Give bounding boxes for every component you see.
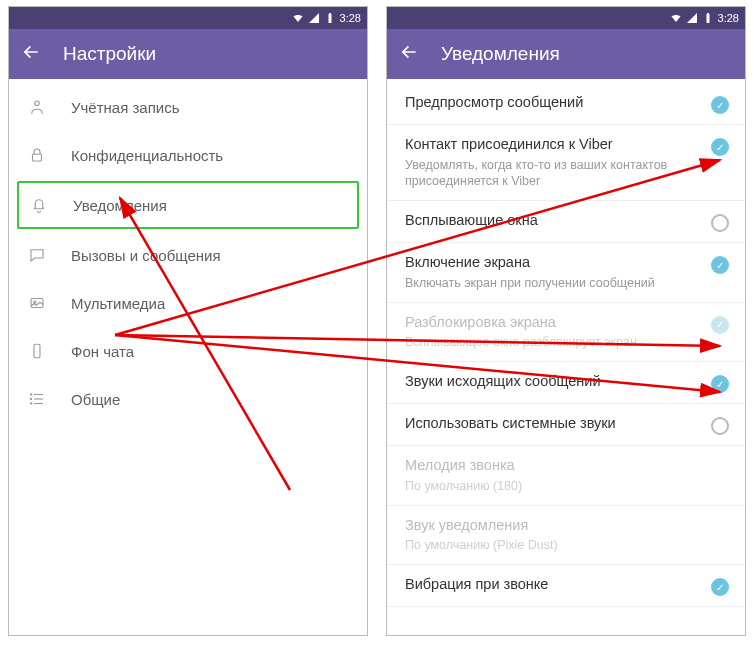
setting-row[interactable]: Всплывающие окна xyxy=(387,201,745,243)
battery-icon xyxy=(702,12,714,24)
person-icon xyxy=(27,97,47,117)
media-icon xyxy=(27,293,47,313)
settings-item-privacy[interactable]: Конфиденциальность xyxy=(9,131,367,179)
setting-toggle[interactable]: ✓ xyxy=(711,96,729,114)
status-time: 3:28 xyxy=(340,12,361,24)
lock-icon xyxy=(27,145,47,165)
list-icon xyxy=(27,389,47,409)
setting-row[interactable]: Использовать системные звуки xyxy=(387,404,745,446)
svg-point-0 xyxy=(35,101,40,106)
bell-icon xyxy=(29,195,49,215)
item-label: Уведомления xyxy=(73,197,167,214)
wifi-icon xyxy=(292,12,304,24)
setting-title: Звуки исходящих сообщений xyxy=(405,372,701,392)
status-bar: 3:28 xyxy=(387,7,745,29)
setting-subtitle: Включать экран при получении сообщений xyxy=(405,275,701,292)
status-bar: 3:28 xyxy=(9,7,367,29)
wifi-icon xyxy=(670,12,682,24)
setting-title: Мелодия звонка xyxy=(405,456,729,476)
header: Уведомления xyxy=(387,29,745,79)
setting-title: Включение экрана xyxy=(405,253,701,273)
signal-icon xyxy=(686,12,698,24)
setting-toggle[interactable] xyxy=(711,417,729,435)
setting-row: Звук уведомленияПо умолчанию (Pixie Dust… xyxy=(387,506,745,565)
item-label: Фон чата xyxy=(71,343,134,360)
setting-row: Разблокировка экранаВсплывающее окно раз… xyxy=(387,303,745,362)
setting-row[interactable]: Предпросмотр сообщений✓ xyxy=(387,83,745,125)
setting-title: Звук уведомления xyxy=(405,516,729,536)
item-label: Учётная запись xyxy=(71,99,180,116)
back-arrow-icon xyxy=(399,42,419,62)
svg-point-3 xyxy=(34,301,36,303)
header: Настройки xyxy=(9,29,367,79)
settings-item-account[interactable]: Учётная запись xyxy=(9,83,367,131)
setting-subtitle: По умолчанию (Pixie Dust) xyxy=(405,537,729,554)
battery-icon xyxy=(324,12,336,24)
setting-toggle[interactable]: ✓ xyxy=(711,375,729,393)
setting-title: Разблокировка экрана xyxy=(405,313,701,333)
back-button[interactable] xyxy=(399,42,419,67)
setting-title: Предпросмотр сообщений xyxy=(405,93,701,113)
settings-item-notifications[interactable]: Уведомления xyxy=(17,181,359,229)
header-title: Настройки xyxy=(63,43,156,65)
setting-toggle[interactable] xyxy=(711,214,729,232)
setting-row: Мелодия звонкаПо умолчанию (180) xyxy=(387,446,745,505)
setting-toggle[interactable]: ✓ xyxy=(711,256,729,274)
svg-point-9 xyxy=(30,398,31,399)
setting-subtitle: Уведомлять, когда кто-то из ваших контак… xyxy=(405,157,701,191)
item-label: Вызовы и сообщения xyxy=(71,247,221,264)
setting-toggle[interactable]: ✓ xyxy=(711,138,729,156)
setting-subtitle: По умолчанию (180) xyxy=(405,478,729,495)
settings-item-background[interactable]: Фон чата xyxy=(9,327,367,375)
settings-screen: 3:28 Настройки Учётная запись Конфиденци… xyxy=(8,6,368,636)
item-label: Мультимедиа xyxy=(71,295,165,312)
setting-row[interactable]: Контакт присоединился к ViberУведомлять,… xyxy=(387,125,745,201)
back-button[interactable] xyxy=(21,42,41,67)
setting-toggle[interactable]: ✓ xyxy=(711,578,729,596)
svg-rect-4 xyxy=(34,344,40,358)
svg-point-8 xyxy=(30,394,31,395)
signal-icon xyxy=(308,12,320,24)
setting-row[interactable]: Вибрация при звонке✓ xyxy=(387,565,745,607)
item-label: Общие xyxy=(71,391,120,408)
phone-bg-icon xyxy=(27,341,47,361)
setting-row[interactable]: Включение экранаВключать экран при получ… xyxy=(387,243,745,302)
setting-title: Всплывающие окна xyxy=(405,211,701,231)
notification-settings-list: Предпросмотр сообщений✓Контакт присоедин… xyxy=(387,79,745,611)
status-time: 3:28 xyxy=(718,12,739,24)
back-arrow-icon xyxy=(21,42,41,62)
notifications-screen: 3:28 Уведомления Предпросмотр сообщений✓… xyxy=(386,6,746,636)
settings-item-calls[interactable]: Вызовы и сообщения xyxy=(9,231,367,279)
settings-item-general[interactable]: Общие xyxy=(9,375,367,423)
svg-rect-1 xyxy=(33,154,42,161)
setting-title: Контакт присоединился к Viber xyxy=(405,135,701,155)
setting-row[interactable]: Звуки исходящих сообщений✓ xyxy=(387,362,745,404)
chat-icon xyxy=(27,245,47,265)
svg-point-10 xyxy=(30,403,31,404)
setting-title: Использовать системные звуки xyxy=(405,414,701,434)
setting-subtitle: Всплывающее окно разблокирует экран xyxy=(405,334,701,351)
setting-toggle: ✓ xyxy=(711,316,729,334)
settings-list: Учётная запись Конфиденциальность Уведом… xyxy=(9,79,367,427)
setting-title: Вибрация при звонке xyxy=(405,575,701,595)
settings-item-media[interactable]: Мультимедиа xyxy=(9,279,367,327)
item-label: Конфиденциальность xyxy=(71,147,223,164)
header-title: Уведомления xyxy=(441,43,560,65)
